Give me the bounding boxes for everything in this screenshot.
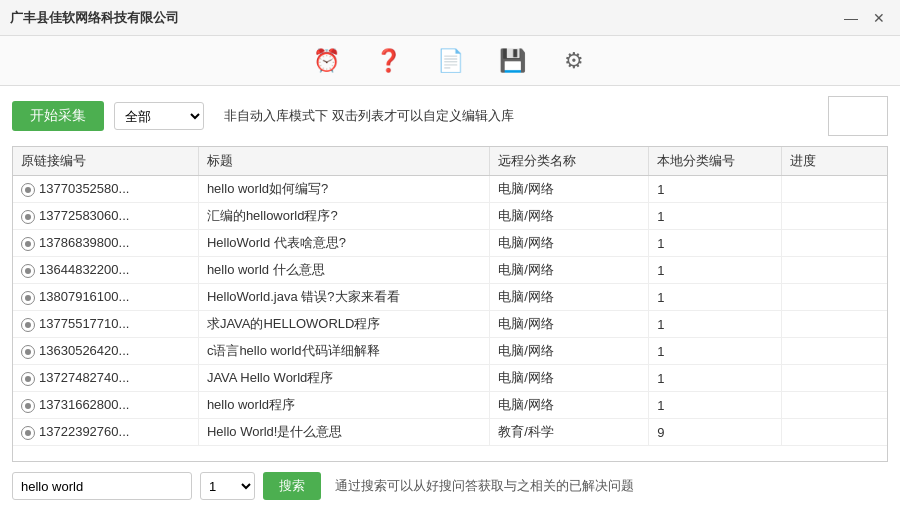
main-content: 开始采集 全部 电脑/网络 教育/科学 非自动入库模式下 双击列表才可以自定义编… xyxy=(0,86,900,510)
cell-local-cat: 1 xyxy=(649,392,781,419)
table-body: 13770352580...hello world如何编写?电脑/网络11377… xyxy=(13,176,887,446)
cell-id: 13786839800... xyxy=(13,230,198,257)
table-header-row: 原链接编号 标题 远程分类名称 本地分类编号 进度 xyxy=(13,147,887,176)
col-header-title: 标题 xyxy=(198,147,489,176)
cell-local-cat: 1 xyxy=(649,230,781,257)
toolbar: ⏰ ❓ 📄 💾 ⚙ xyxy=(0,36,900,86)
cell-id: 13772583060... xyxy=(13,203,198,230)
cell-remote-cat: 电脑/网络 xyxy=(490,257,649,284)
data-table: 原链接编号 标题 远程分类名称 本地分类编号 进度 13770352580...… xyxy=(13,147,887,446)
cell-local-cat: 1 xyxy=(649,365,781,392)
table-row[interactable]: 13807916100...HelloWorld.java 错误?大家来看看电脑… xyxy=(13,284,887,311)
cell-progress xyxy=(781,284,887,311)
col-header-local-cat: 本地分类编号 xyxy=(649,147,781,176)
cell-title: JAVA Hello World程序 xyxy=(198,365,489,392)
cell-title: hello world如何编写? xyxy=(198,176,489,203)
preview-box xyxy=(828,96,888,136)
table-row[interactable]: 13722392760...Hello World!是什么意思教育/科学9 xyxy=(13,419,887,446)
cell-id: 13775517710... xyxy=(13,311,198,338)
cell-remote-cat: 电脑/网络 xyxy=(490,392,649,419)
category-select[interactable]: 全部 电脑/网络 教育/科学 xyxy=(114,102,204,130)
help-icon[interactable]: ❓ xyxy=(372,45,404,77)
data-table-wrapper: 原链接编号 标题 远程分类名称 本地分类编号 进度 13770352580...… xyxy=(12,146,888,462)
cell-id: 13807916100... xyxy=(13,284,198,311)
table-row[interactable]: 13644832200...hello world 什么意思电脑/网络1 xyxy=(13,257,887,284)
cell-progress xyxy=(781,230,887,257)
table-row[interactable]: 13775517710...求JAVA的HELLOWORLD程序电脑/网络1 xyxy=(13,311,887,338)
col-header-id: 原链接编号 xyxy=(13,147,198,176)
cell-remote-cat: 电脑/网络 xyxy=(490,284,649,311)
table-row[interactable]: 13727482740...JAVA Hello World程序电脑/网络1 xyxy=(13,365,887,392)
table-row[interactable]: 13731662800...hello world程序电脑/网络1 xyxy=(13,392,887,419)
cell-local-cat: 1 xyxy=(649,203,781,230)
cell-title: 求JAVA的HELLOWORLD程序 xyxy=(198,311,489,338)
cell-remote-cat: 电脑/网络 xyxy=(490,365,649,392)
cell-local-cat: 1 xyxy=(649,311,781,338)
controls-row: 开始采集 全部 电脑/网络 教育/科学 非自动入库模式下 双击列表才可以自定义编… xyxy=(12,96,888,136)
start-collect-button[interactable]: 开始采集 xyxy=(12,101,104,131)
cell-title: HelloWorld 代表啥意思? xyxy=(198,230,489,257)
search-hint: 通过搜索可以从好搜问答获取与之相关的已解决问题 xyxy=(335,477,634,495)
mode-text: 非自动入库模式下 双击列表才可以自定义编辑入库 xyxy=(224,107,514,125)
cell-title: 汇编的helloworld程序? xyxy=(198,203,489,230)
table-row[interactable]: 13786839800...HelloWorld 代表啥意思?电脑/网络1 xyxy=(13,230,887,257)
cell-title: Hello World!是什么意思 xyxy=(198,419,489,446)
col-header-progress: 进度 xyxy=(781,147,887,176)
cell-local-cat: 1 xyxy=(649,338,781,365)
app-title: 广丰县佳软网络科技有限公司 xyxy=(10,9,179,27)
cell-local-cat: 1 xyxy=(649,284,781,311)
title-bar: 广丰县佳软网络科技有限公司 — ✕ xyxy=(0,0,900,36)
table-row[interactable]: 13772583060...汇编的helloworld程序?电脑/网络1 xyxy=(13,203,887,230)
cell-local-cat: 9 xyxy=(649,419,781,446)
search-page-select[interactable]: 1 2 3 xyxy=(200,472,255,500)
cell-id: 13727482740... xyxy=(13,365,198,392)
window-controls: — ✕ xyxy=(840,7,890,29)
cell-title: hello world程序 xyxy=(198,392,489,419)
cell-local-cat: 1 xyxy=(649,257,781,284)
document-icon[interactable]: 📄 xyxy=(434,45,466,77)
minimize-button[interactable]: — xyxy=(840,7,862,29)
cell-remote-cat: 电脑/网络 xyxy=(490,338,649,365)
cell-remote-cat: 电脑/网络 xyxy=(490,203,649,230)
cell-progress xyxy=(781,257,887,284)
table-row[interactable]: 13770352580...hello world如何编写?电脑/网络1 xyxy=(13,176,887,203)
cell-id: 13630526420... xyxy=(13,338,198,365)
cell-progress xyxy=(781,203,887,230)
cell-id: 13644832200... xyxy=(13,257,198,284)
cell-id: 13731662800... xyxy=(13,392,198,419)
search-button[interactable]: 搜索 xyxy=(263,472,321,500)
cell-remote-cat: 电脑/网络 xyxy=(490,176,649,203)
cell-remote-cat: 电脑/网络 xyxy=(490,311,649,338)
cell-remote-cat: 教育/科学 xyxy=(490,419,649,446)
cell-progress xyxy=(781,365,887,392)
cell-title: hello world 什么意思 xyxy=(198,257,489,284)
table-row[interactable]: 13630526420...c语言hello world代码详细解释电脑/网络1 xyxy=(13,338,887,365)
cell-title: c语言hello world代码详细解释 xyxy=(198,338,489,365)
settings-icon[interactable]: ⚙ xyxy=(558,45,590,77)
cell-id: 13770352580... xyxy=(13,176,198,203)
search-row: 1 2 3 搜索 通过搜索可以从好搜问答获取与之相关的已解决问题 xyxy=(12,472,888,500)
search-input[interactable] xyxy=(12,472,192,500)
cell-progress xyxy=(781,311,887,338)
save-icon[interactable]: 💾 xyxy=(496,45,528,77)
cell-title: HelloWorld.java 错误?大家来看看 xyxy=(198,284,489,311)
cell-remote-cat: 电脑/网络 xyxy=(490,230,649,257)
col-header-remote-cat: 远程分类名称 xyxy=(490,147,649,176)
cell-progress xyxy=(781,419,887,446)
cell-progress xyxy=(781,338,887,365)
cell-id: 13722392760... xyxy=(13,419,198,446)
cell-progress xyxy=(781,176,887,203)
cell-progress xyxy=(781,392,887,419)
clock-icon[interactable]: ⏰ xyxy=(310,45,342,77)
close-button[interactable]: ✕ xyxy=(868,7,890,29)
cell-local-cat: 1 xyxy=(649,176,781,203)
